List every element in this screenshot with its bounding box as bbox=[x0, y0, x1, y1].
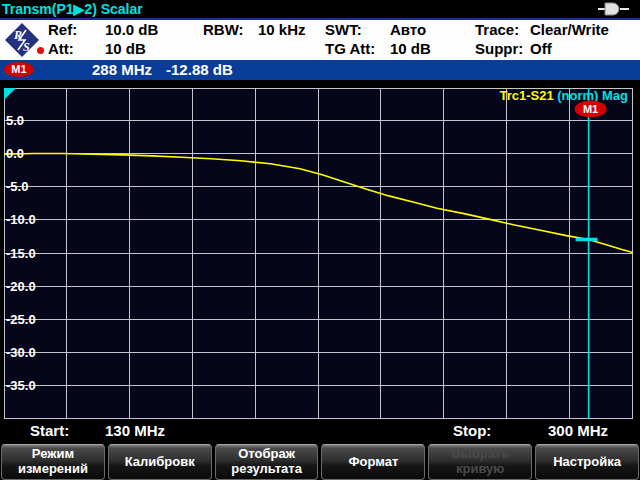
rs-logo: R S bbox=[4, 22, 40, 61]
ref-value: 10.0 dB bbox=[105, 21, 158, 39]
marker-m1-flag: M1 bbox=[575, 101, 607, 118]
y-axis-label: -20.0 bbox=[6, 278, 52, 296]
trace-mode-label: Trace: bbox=[475, 21, 519, 39]
rbw-value: 10 kHz bbox=[258, 21, 306, 39]
y-axis-label: 0.0 bbox=[6, 145, 52, 163]
softkey-calibration[interactable]: Калибровк bbox=[108, 444, 212, 480]
date-text: 27/10/16 bbox=[404, 0, 466, 18]
marker-readout: 288 MHz-12.88 dB bbox=[92, 60, 247, 80]
tg-att-value: 10 dB bbox=[390, 40, 431, 58]
y-axis-label: -35.0 bbox=[6, 377, 52, 395]
rbw-label: RBW: bbox=[203, 21, 244, 39]
marker-m1-badge: M1 bbox=[4, 62, 34, 77]
start-frequency: 130 MHz bbox=[105, 421, 165, 441]
softkey-bar: Режимизмерений Калибровк Отображрезульта… bbox=[0, 443, 640, 480]
svg-text:M1: M1 bbox=[583, 103, 598, 115]
measurement-title: Transm(P1▶2) Scalar bbox=[2, 0, 143, 18]
marker-frequency: 288 MHz bbox=[92, 61, 152, 78]
y-axis-label: -10.0 bbox=[6, 211, 52, 229]
swt-label: SWT: bbox=[325, 21, 362, 39]
softkey-settings[interactable]: Настройка bbox=[535, 444, 639, 480]
softkey-result-display[interactable]: Отображрезультата bbox=[215, 444, 319, 480]
y-axis-label: -30.0 bbox=[6, 344, 52, 362]
att-active-dot bbox=[37, 47, 44, 54]
softkey-select-trace: Выбратькривую bbox=[428, 444, 532, 480]
marker-readout-bar: M1 288 MHz-12.88 dB bbox=[0, 60, 640, 80]
start-label: Start: bbox=[30, 421, 69, 441]
stop-frequency: 300 MHz bbox=[548, 421, 608, 441]
att-label: Att: bbox=[48, 40, 74, 58]
tg-att-label: TG Att: bbox=[325, 40, 375, 58]
ref-label: Ref: bbox=[48, 21, 77, 39]
swt-value: Авто bbox=[390, 21, 426, 39]
y-axis-label: 5.0 bbox=[6, 112, 52, 130]
time-text: 16:44 bbox=[502, 0, 542, 18]
trace-mode-value: Clear/Write bbox=[530, 21, 609, 39]
suppr-label: Suppr: bbox=[475, 40, 523, 58]
stop-label: Stop: bbox=[453, 421, 491, 441]
frequency-range-bar: Start: 130 MHz Stop: 300 MHz bbox=[0, 419, 640, 443]
y-axis-label: -25.0 bbox=[6, 311, 52, 329]
y-axis-label: -5.0 bbox=[6, 178, 52, 196]
y-axis-label: -15.0 bbox=[6, 245, 52, 263]
ref-position-icon bbox=[4, 88, 16, 100]
suppr-value: Off bbox=[530, 40, 552, 58]
marker-level: -12.88 dB bbox=[166, 61, 233, 78]
softkey-measurement-mode[interactable]: Режимизмерений bbox=[1, 444, 105, 480]
att-value: 10 dB bbox=[105, 40, 146, 58]
title-bar: Transm(P1▶2) Scalar 27/10/16 16:44 bbox=[0, 0, 640, 18]
softkey-format[interactable]: Формат bbox=[321, 444, 425, 480]
graph-area[interactable]: Trc1-S21 (norm) MagM1 bbox=[4, 88, 633, 419]
trace-label: Trc1-S21 (norm) Mag bbox=[499, 88, 628, 103]
settings-header: R S Ref: 10.0 dB RBW: 10 kHz SWT: Авто T… bbox=[0, 20, 640, 60]
